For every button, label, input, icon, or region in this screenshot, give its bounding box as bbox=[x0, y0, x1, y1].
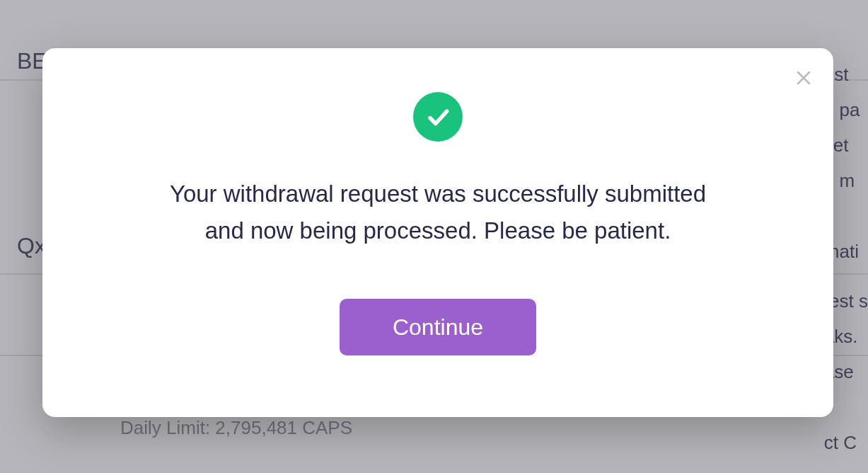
check-icon bbox=[424, 103, 451, 130]
close-button[interactable] bbox=[791, 65, 816, 91]
continue-button[interactable]: Continue bbox=[340, 299, 536, 355]
close-icon bbox=[795, 69, 812, 86]
success-modal: Your withdrawal request was successfully… bbox=[42, 48, 833, 417]
modal-message: Your withdrawal request was successfully… bbox=[148, 176, 728, 249]
success-icon bbox=[413, 92, 463, 142]
continue-button-label: Continue bbox=[393, 314, 483, 341]
